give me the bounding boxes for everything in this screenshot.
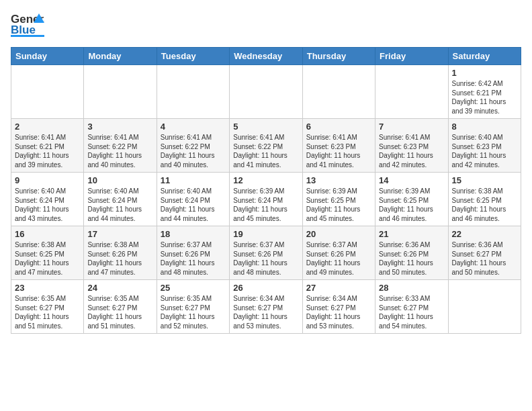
calendar-cell: 1Sunrise: 6:42 AM Sunset: 6:21 PM Daylig…	[448, 65, 521, 119]
calendar-cell: 12Sunrise: 6:39 AM Sunset: 6:24 PM Dayli…	[230, 173, 302, 226]
day-number: 9	[15, 175, 80, 185]
calendar-cell: 22Sunrise: 6:36 AM Sunset: 6:27 PM Dayli…	[448, 226, 521, 280]
calendar-cell: 19Sunrise: 6:37 AM Sunset: 6:26 PM Dayli…	[230, 226, 302, 280]
day-info: Sunrise: 6:40 AM Sunset: 6:24 PM Dayligh…	[15, 187, 80, 223]
calendar-cell	[11, 65, 84, 119]
calendar-week-row: 23Sunrise: 6:35 AM Sunset: 6:27 PM Dayli…	[11, 280, 521, 334]
calendar-cell: 10Sunrise: 6:40 AM Sunset: 6:24 PM Dayli…	[84, 173, 157, 226]
calendar-cell: 17Sunrise: 6:38 AM Sunset: 6:26 PM Dayli…	[84, 226, 157, 280]
day-number: 16	[15, 229, 80, 239]
calendar-cell: 7Sunrise: 6:41 AM Sunset: 6:23 PM Daylig…	[375, 119, 448, 173]
logo-icon: General Blue	[11, 11, 44, 39]
calendar-cell: 8Sunrise: 6:40 AM Sunset: 6:23 PM Daylig…	[448, 119, 521, 173]
day-number: 25	[161, 283, 226, 293]
page-header: General Blue	[11, 11, 521, 39]
calendar-cell: 11Sunrise: 6:40 AM Sunset: 6:24 PM Dayli…	[157, 173, 229, 226]
calendar-cell: 26Sunrise: 6:34 AM Sunset: 6:27 PM Dayli…	[230, 280, 302, 334]
day-info: Sunrise: 6:36 AM Sunset: 6:27 PM Dayligh…	[452, 240, 517, 277]
day-info: Sunrise: 6:37 AM Sunset: 6:26 PM Dayligh…	[233, 240, 298, 277]
day-info: Sunrise: 6:39 AM Sunset: 6:25 PM Dayligh…	[306, 187, 371, 223]
day-info: Sunrise: 6:35 AM Sunset: 6:27 PM Dayligh…	[87, 294, 152, 330]
day-info: Sunrise: 6:34 AM Sunset: 6:27 PM Dayligh…	[306, 294, 371, 330]
day-info: Sunrise: 6:35 AM Sunset: 6:27 PM Dayligh…	[161, 294, 226, 330]
day-info: Sunrise: 6:40 AM Sunset: 6:24 PM Dayligh…	[161, 187, 226, 223]
calendar-cell: 14Sunrise: 6:39 AM Sunset: 6:25 PM Dayli…	[375, 173, 448, 226]
calendar-cell: 18Sunrise: 6:37 AM Sunset: 6:26 PM Dayli…	[157, 226, 229, 280]
day-info: Sunrise: 6:37 AM Sunset: 6:26 PM Dayligh…	[306, 240, 371, 277]
day-number: 21	[379, 229, 444, 239]
calendar-cell	[84, 65, 157, 119]
day-number: 26	[233, 283, 298, 293]
calendar-cell: 2Sunrise: 6:41 AM Sunset: 6:21 PM Daylig…	[11, 119, 84, 173]
calendar-week-row: 16Sunrise: 6:38 AM Sunset: 6:25 PM Dayli…	[11, 226, 521, 280]
day-number: 12	[233, 175, 298, 185]
calendar-cell: 16Sunrise: 6:38 AM Sunset: 6:25 PM Dayli…	[11, 226, 84, 280]
day-info: Sunrise: 6:33 AM Sunset: 6:27 PM Dayligh…	[379, 294, 444, 330]
day-info: Sunrise: 6:41 AM Sunset: 6:22 PM Dayligh…	[161, 133, 226, 169]
day-number: 20	[306, 229, 371, 239]
day-info: Sunrise: 6:39 AM Sunset: 6:24 PM Dayligh…	[233, 187, 298, 223]
day-info: Sunrise: 6:34 AM Sunset: 6:27 PM Dayligh…	[233, 294, 298, 330]
calendar-cell: 13Sunrise: 6:39 AM Sunset: 6:25 PM Dayli…	[302, 173, 375, 226]
day-number: 24	[87, 283, 152, 293]
day-info: Sunrise: 6:40 AM Sunset: 6:23 PM Dayligh…	[452, 133, 517, 169]
day-number: 3	[87, 122, 152, 132]
day-info: Sunrise: 6:41 AM Sunset: 6:22 PM Dayligh…	[87, 133, 152, 169]
calendar-cell: 28Sunrise: 6:33 AM Sunset: 6:27 PM Dayli…	[375, 280, 448, 334]
day-info: Sunrise: 6:36 AM Sunset: 6:26 PM Dayligh…	[379, 240, 444, 277]
calendar-cell: 25Sunrise: 6:35 AM Sunset: 6:27 PM Dayli…	[157, 280, 229, 334]
day-header-wednesday: Wednesday	[230, 48, 302, 65]
logo: General Blue	[11, 11, 44, 39]
calendar-table: SundayMondayTuesdayWednesdayThursdayFrid…	[11, 47, 521, 334]
day-header-saturday: Saturday	[448, 48, 521, 65]
day-header-thursday: Thursday	[302, 48, 375, 65]
calendar-cell: 5Sunrise: 6:41 AM Sunset: 6:22 PM Daylig…	[230, 119, 302, 173]
calendar-cell: 4Sunrise: 6:41 AM Sunset: 6:22 PM Daylig…	[157, 119, 229, 173]
day-number: 22	[452, 229, 517, 239]
day-number: 13	[306, 175, 371, 185]
day-number: 7	[379, 122, 444, 132]
calendar-header-row: SundayMondayTuesdayWednesdayThursdayFrid…	[11, 48, 521, 65]
day-header-tuesday: Tuesday	[157, 48, 229, 65]
day-info: Sunrise: 6:35 AM Sunset: 6:27 PM Dayligh…	[15, 294, 80, 330]
calendar-week-row: 1Sunrise: 6:42 AM Sunset: 6:21 PM Daylig…	[11, 65, 521, 119]
day-number: 18	[161, 229, 226, 239]
calendar-week-row: 2Sunrise: 6:41 AM Sunset: 6:21 PM Daylig…	[11, 119, 521, 173]
calendar-cell: 24Sunrise: 6:35 AM Sunset: 6:27 PM Dayli…	[84, 280, 157, 334]
calendar-cell: 23Sunrise: 6:35 AM Sunset: 6:27 PM Dayli…	[11, 280, 84, 334]
day-info: Sunrise: 6:41 AM Sunset: 6:23 PM Dayligh…	[306, 133, 371, 169]
day-info: Sunrise: 6:39 AM Sunset: 6:25 PM Dayligh…	[379, 187, 444, 223]
day-info: Sunrise: 6:37 AM Sunset: 6:26 PM Dayligh…	[161, 240, 226, 277]
day-number: 19	[233, 229, 298, 239]
day-number: 14	[379, 175, 444, 185]
calendar-cell	[157, 65, 229, 119]
day-info: Sunrise: 6:40 AM Sunset: 6:24 PM Dayligh…	[87, 187, 152, 223]
calendar-cell: 3Sunrise: 6:41 AM Sunset: 6:22 PM Daylig…	[84, 119, 157, 173]
calendar-week-row: 9Sunrise: 6:40 AM Sunset: 6:24 PM Daylig…	[11, 173, 521, 226]
day-number: 1	[452, 68, 517, 78]
svg-rect-3	[11, 35, 44, 37]
day-number: 6	[306, 122, 371, 132]
calendar-cell: 21Sunrise: 6:36 AM Sunset: 6:26 PM Dayli…	[375, 226, 448, 280]
calendar-cell: 15Sunrise: 6:38 AM Sunset: 6:25 PM Dayli…	[448, 173, 521, 226]
day-number: 8	[452, 122, 517, 132]
day-number: 27	[306, 283, 371, 293]
day-info: Sunrise: 6:38 AM Sunset: 6:25 PM Dayligh…	[452, 187, 517, 223]
day-number: 17	[87, 229, 152, 239]
day-info: Sunrise: 6:38 AM Sunset: 6:25 PM Dayligh…	[15, 240, 80, 277]
day-number: 11	[161, 175, 226, 185]
calendar-cell	[375, 65, 448, 119]
calendar-cell	[448, 280, 521, 334]
day-header-sunday: Sunday	[11, 48, 84, 65]
day-header-friday: Friday	[375, 48, 448, 65]
calendar-cell: 20Sunrise: 6:37 AM Sunset: 6:26 PM Dayli…	[302, 226, 375, 280]
day-info: Sunrise: 6:42 AM Sunset: 6:21 PM Dayligh…	[452, 79, 517, 116]
day-number: 15	[452, 175, 517, 185]
day-number: 2	[15, 122, 80, 132]
day-info: Sunrise: 6:41 AM Sunset: 6:22 PM Dayligh…	[233, 133, 298, 169]
day-number: 10	[87, 175, 152, 185]
calendar-cell: 27Sunrise: 6:34 AM Sunset: 6:27 PM Dayli…	[302, 280, 375, 334]
day-info: Sunrise: 6:38 AM Sunset: 6:26 PM Dayligh…	[87, 240, 152, 277]
day-number: 5	[233, 122, 298, 132]
day-number: 23	[15, 283, 80, 293]
